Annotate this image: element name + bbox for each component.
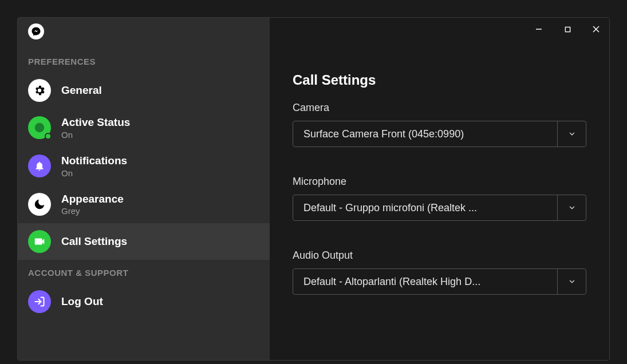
preferences-window: PREFERENCES General <box>17 17 610 361</box>
chevron-down-icon <box>557 121 586 147</box>
sidebar: PREFERENCES General <box>18 18 270 360</box>
sidebar-item-sublabel: On <box>61 130 130 140</box>
sidebar-item-label: Notifications <box>61 154 127 168</box>
messenger-logo-icon <box>28 23 44 39</box>
sidebar-item-active-status[interactable]: Active Status On <box>18 109 270 147</box>
camera-label: Camera <box>293 102 586 114</box>
sidebar-item-appearance[interactable]: Appearance Grey <box>18 185 270 224</box>
section-header-account: ACCOUNT & SUPPORT <box>18 260 270 283</box>
audio-output-select[interactable]: Default - Altoparlanti (Realtek High D..… <box>293 268 586 295</box>
sidebar-item-label: General <box>61 84 102 97</box>
close-button[interactable] <box>583 18 609 41</box>
logout-icon <box>28 290 51 313</box>
camera-select[interactable]: Surface Camera Front (045e:0990) <box>293 121 586 147</box>
audio-output-label: Audio Output <box>293 250 586 262</box>
sidebar-item-notifications[interactable]: Notifications On <box>18 147 270 185</box>
sidebar-item-label: Log Out <box>61 295 103 308</box>
section-header-preferences: PREFERENCES <box>18 49 270 72</box>
camera-select-value: Surface Camera Front (045e:0990) <box>293 128 557 140</box>
gear-icon <box>28 79 51 102</box>
minimize-button[interactable] <box>526 18 552 41</box>
sidebar-item-sublabel: On <box>61 168 127 179</box>
audio-output-select-value: Default - Altoparlanti (Realtek High D..… <box>293 276 557 288</box>
svg-point-0 <box>35 123 45 133</box>
sidebar-item-sublabel: Grey <box>61 206 124 216</box>
maximize-button[interactable] <box>554 18 581 41</box>
main-panel: Call Settings Camera Surface Camera Fron… <box>270 18 609 360</box>
microphone-select[interactable]: Default - Gruppo microfoni (Realtek ... <box>293 195 586 221</box>
sidebar-item-call-settings[interactable]: Call Settings <box>18 223 270 260</box>
sidebar-item-logout[interactable]: Log Out <box>18 283 270 320</box>
bell-icon <box>28 155 51 177</box>
chevron-down-icon <box>557 195 586 220</box>
moon-icon <box>28 193 51 216</box>
camera-field: Camera Surface Camera Front (045e:0990) <box>293 102 586 147</box>
sidebar-item-label: Call Settings <box>61 235 127 248</box>
active-status-icon <box>28 116 51 139</box>
sidebar-item-label: Appearance <box>61 192 124 206</box>
page-title: Call Settings <box>293 72 586 88</box>
svg-rect-3 <box>565 27 570 31</box>
chevron-down-icon <box>557 269 586 294</box>
status-dot-icon <box>45 133 52 140</box>
microphone-label: Microphone <box>293 176 586 188</box>
window-body: PREFERENCES General <box>18 18 609 360</box>
sidebar-item-general[interactable]: General <box>18 72 270 109</box>
microphone-select-value: Default - Gruppo microfoni (Realtek ... <box>293 202 557 214</box>
audio-output-field: Audio Output Default - Altoparlanti (Rea… <box>293 250 586 295</box>
microphone-field: Microphone Default - Gruppo microfoni (R… <box>293 176 586 221</box>
sidebar-item-label: Active Status <box>61 116 130 129</box>
titlebar <box>293 18 609 41</box>
video-camera-icon <box>28 230 51 253</box>
